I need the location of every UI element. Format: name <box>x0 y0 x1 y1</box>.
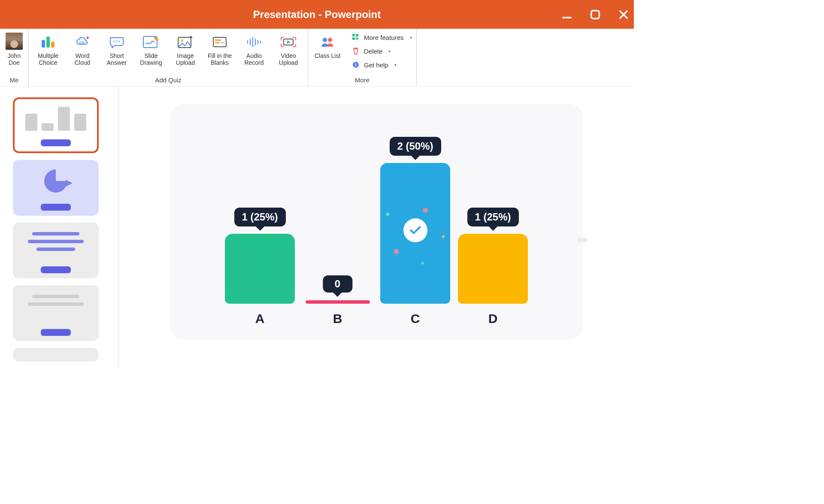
slide-handle[interactable] <box>578 238 587 242</box>
maximize-icon[interactable] <box>589 9 601 21</box>
slide-thumbnails[interactable] <box>0 87 119 368</box>
svg-point-26 <box>328 38 332 42</box>
result-chart: 1 (25%) 0 2 (50%) ◆ ✱ ◆ ✱ <box>170 128 583 326</box>
ribbon-group-more: Class List More features ▾ Delete ▾ i Ge… <box>308 29 417 86</box>
ribbon-group-label-quiz: Add Quiz <box>33 76 303 85</box>
word-cloud-button[interactable]: Word Cloud <box>67 31 97 66</box>
fill-blanks-icon <box>212 34 227 50</box>
rbtn-label: Class List <box>315 52 341 59</box>
audio-record-icon <box>246 34 262 50</box>
word-cloud-icon <box>74 34 91 50</box>
chart-category-D: D <box>458 311 528 326</box>
slide-thumb-3[interactable] <box>13 223 99 278</box>
more-features-button[interactable]: More features ▾ <box>352 33 412 41</box>
thumb-pie-icon <box>44 169 67 193</box>
chart-col-A: 1 (25%) <box>225 128 295 304</box>
chart-bar-C: ◆ ✱ ◆ ✱ ◆ ◇ <box>380 163 450 304</box>
chevron-down-icon: ▾ <box>388 49 391 54</box>
svg-rect-4 <box>42 40 45 48</box>
svg-rect-6 <box>51 42 55 48</box>
help-icon: i <box>352 61 360 69</box>
minimize-icon[interactable] <box>561 9 573 21</box>
svg-rect-17 <box>220 42 224 43</box>
avatar <box>6 33 23 50</box>
close-icon[interactable] <box>618 9 630 21</box>
trash-icon <box>352 47 360 55</box>
main-area: 1 (25%) 0 2 (50%) ◆ ✱ ◆ ✱ <box>0 87 634 368</box>
svg-point-13 <box>181 39 183 42</box>
rbtn-label: Multiple Choice <box>33 52 63 66</box>
chart-category-A: A <box>225 311 295 326</box>
rbtn-label: Word Cloud <box>67 52 97 66</box>
title-bar: Presentation - Powerpoint <box>0 0 634 29</box>
slide-drawing-icon <box>142 34 160 50</box>
ribbon: John Doe Me Multiple Choice Word Cloud <box>0 29 634 87</box>
svg-point-7 <box>86 36 89 39</box>
fill-blanks-button[interactable]: Fill in the Blanks <box>205 31 235 66</box>
svg-rect-28 <box>356 34 358 36</box>
thumb-pill-icon <box>41 139 71 146</box>
short-answer-button[interactable]: Short Answer <box>102 31 132 66</box>
more-item-label: Delete <box>364 48 382 55</box>
rbtn-label: Fill in the Blanks <box>205 52 235 66</box>
audio-record-button[interactable]: Audio Record <box>239 31 269 66</box>
confetti-icon: ◆ <box>421 260 424 265</box>
svg-rect-15 <box>215 39 221 41</box>
chart-categories: A B C D <box>170 311 583 326</box>
chart-bar-B <box>306 300 370 304</box>
window-title: Presentation - Powerpoint <box>253 9 381 21</box>
multiple-choice-button[interactable]: Multiple Choice <box>33 31 63 66</box>
svg-rect-1 <box>591 10 600 18</box>
chart-col-B: 0 <box>303 128 373 304</box>
chart-bar-D <box>458 234 528 304</box>
ribbon-group-quiz: Multiple Choice Word Cloud Short Answer … <box>29 29 308 86</box>
slide-thumb-4[interactable] <box>13 285 99 341</box>
user-profile[interactable]: John Doe <box>4 31 24 66</box>
ribbon-group-label-more: More <box>312 76 412 85</box>
chart-category-C: C <box>380 311 450 326</box>
rbtn-label: Short Answer <box>102 52 132 66</box>
thumb-pill-icon <box>41 266 71 273</box>
slide-thumb-1[interactable] <box>13 97 99 153</box>
more-item-label: Get help <box>364 61 388 69</box>
rbtn-label: Video Upload <box>273 52 303 66</box>
correct-badge <box>403 218 427 242</box>
delete-button[interactable]: Delete ▾ <box>352 47 412 55</box>
get-help-button[interactable]: i Get help ▾ <box>352 61 412 69</box>
chart-tooltip-B: 0 <box>323 275 352 293</box>
confetti-icon: ✱ <box>393 247 400 257</box>
multiple-choice-icon <box>41 34 55 50</box>
thumb-lines-icon <box>20 229 92 251</box>
rbtn-label: Image Upload <box>170 52 200 66</box>
chart-category-B: B <box>303 311 373 326</box>
chevron-down-icon: ▾ <box>410 35 412 40</box>
svg-point-9 <box>116 41 118 42</box>
rbtn-label: Slide Drawing <box>136 52 166 66</box>
slide-thumb-5[interactable] <box>13 348 99 362</box>
chart-col-C: 2 (50%) ◆ ✱ ◆ ✱ ◆ ◇ <box>380 128 450 304</box>
svg-rect-5 <box>46 36 50 48</box>
image-upload-icon <box>177 34 194 50</box>
thumb-chart-icon <box>20 104 92 131</box>
class-list-icon <box>320 34 335 50</box>
video-upload-button[interactable]: Video Upload <box>273 31 303 66</box>
svg-rect-29 <box>352 37 355 40</box>
more-item-label: More features <box>364 34 404 41</box>
thumb-pill-icon <box>41 204 71 211</box>
class-list-button[interactable]: Class List <box>312 31 342 59</box>
chart-tooltip-D: 1 (25%) <box>467 208 518 226</box>
slide-drawing-button[interactable]: Slide Drawing <box>136 31 166 66</box>
image-upload-button[interactable]: Image Upload <box>170 31 200 66</box>
confetti-icon: ✱ <box>422 206 429 215</box>
slide-thumb-2[interactable] <box>13 160 99 216</box>
chart-col-D: 1 (25%) <box>458 128 528 304</box>
check-icon <box>409 223 422 237</box>
svg-rect-16 <box>215 42 219 43</box>
video-upload-icon <box>280 34 297 50</box>
svg-point-8 <box>114 41 115 42</box>
svg-point-25 <box>323 38 327 42</box>
svg-text:i: i <box>355 62 356 67</box>
chart-tooltip-A: 1 (25%) <box>234 208 285 226</box>
user-name: John Doe <box>4 52 24 66</box>
slide-canvas[interactable]: 1 (25%) 0 2 (50%) ◆ ✱ ◆ ✱ <box>119 87 634 368</box>
